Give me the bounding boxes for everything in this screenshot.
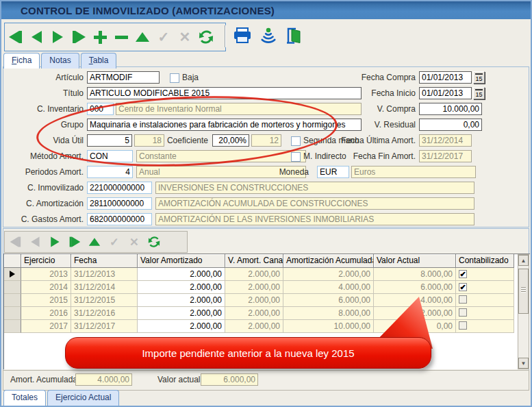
add-record-button[interactable] (92, 29, 107, 45)
cell-ejercicio[interactable]: 2013 (21, 268, 71, 281)
cell-contabilizado[interactable]: ✔ (456, 268, 514, 281)
grid-next-button[interactable] (49, 235, 61, 249)
header-valor-actual[interactable]: Valor Actual (374, 254, 456, 268)
header-valor-amortizado[interactable]: Valor Amortizado (138, 254, 225, 268)
cell-amort-acumulada[interactable]: 6.000,00 (283, 294, 374, 307)
grid-confirm-button[interactable]: ✓ (108, 235, 121, 249)
vida-util-input[interactable]: 5 (87, 134, 132, 147)
confirm-button[interactable]: ✓ (156, 29, 171, 45)
cell-valor-actual[interactable]: 8.000,00 (374, 268, 456, 281)
cell-valor-actual[interactable]: 4.000,00 (374, 294, 456, 307)
cell-valor-actual[interactable]: 6.000,00 (374, 281, 456, 294)
fecha-inicio-calendar-button[interactable]: 15 (473, 87, 485, 99)
contabilizado-checkbox[interactable]: ✔ (459, 283, 467, 291)
header-contabilizado[interactable]: Contabilizado (456, 254, 514, 268)
row-selector[interactable] (4, 307, 21, 320)
cell-fecha[interactable]: 31/12/2016 (71, 307, 138, 320)
metodo-amort-code-input[interactable]: CON (87, 150, 133, 162)
grid-last-button[interactable] (68, 235, 81, 249)
cell-ejercicio[interactable]: 2016 (21, 307, 71, 320)
c-inmovilizado-code-input[interactable]: 221000000000 (87, 182, 152, 194)
table-row[interactable]: 2014 31/12/2014 2.000,00 2.000,00 4.000,… (4, 281, 530, 294)
cell-v-amort-canal[interactable]: 2.000,00 (225, 307, 283, 320)
contabilizado-checkbox[interactable] (459, 321, 467, 330)
cell-valor-actual[interactable]: 2.000,00 (374, 307, 456, 320)
contabilizado-checkbox[interactable] (459, 295, 467, 304)
cell-ejercicio[interactable]: 2015 (21, 294, 71, 307)
cell-valor-amortizado[interactable]: 2.000,00 (138, 307, 225, 320)
tab-totales[interactable]: Totales (3, 390, 46, 406)
cell-valor-amortizado[interactable]: 2.000,00 (138, 294, 225, 307)
grid-refresh-button[interactable] (148, 235, 160, 249)
periodos-amort-input[interactable]: 4 (87, 166, 133, 178)
tab-tabla[interactable]: Tabla (81, 53, 117, 69)
cell-v-amort-canal[interactable]: 2.000,00 (225, 281, 283, 294)
cell-v-amort-canal[interactable]: 2.000,00 (225, 320, 283, 333)
print-button[interactable] (231, 25, 253, 47)
row-selector[interactable] (4, 294, 21, 307)
cell-v-amort-canal[interactable]: 2.000,00 (225, 294, 283, 307)
cell-contabilizado[interactable] (456, 294, 514, 307)
refresh-button[interactable] (199, 29, 214, 45)
exit-button[interactable] (283, 25, 305, 47)
cell-ejercicio[interactable]: 2017 (21, 320, 71, 333)
row-selector[interactable] (4, 320, 21, 333)
table-row[interactable]: 2015 31/12/2015 2.000,00 2.000,00 6.000,… (4, 294, 530, 307)
table-row[interactable]: 2013 31/12/2013 2.000,00 2.000,00 2.000,… (4, 268, 530, 281)
tab-ficha[interactable]: Ficha (3, 53, 40, 69)
contabilizado-checkbox[interactable] (459, 308, 467, 317)
cell-ejercicio[interactable]: 2014 (21, 281, 71, 294)
v-residual-input[interactable]: 0,00 (419, 119, 482, 131)
cell-amort-acumulada[interactable]: 2.000,00 (283, 268, 374, 281)
c-gastos-amort-code-input[interactable]: 682000000000 (87, 213, 152, 225)
grid-previous-button[interactable] (29, 235, 41, 249)
cell-amort-acumulada[interactable]: 4.000,00 (283, 281, 374, 294)
baja-checkbox[interactable] (170, 73, 179, 83)
fecha-compra-input[interactable]: 01/01/2013 (419, 71, 472, 84)
broadcast-button[interactable] (257, 25, 279, 47)
cell-amort-acumulada[interactable]: 8.000,00 (283, 307, 374, 320)
grid-vertical-scrollbar[interactable]: ▲ ▼ (518, 254, 529, 369)
header-fecha[interactable]: Fecha (71, 254, 138, 268)
row-selector[interactable] (4, 268, 21, 281)
table-row[interactable]: 2017 31/12/2017 2.000,00 2.000,00 10.000… (4, 320, 530, 333)
delete-record-button[interactable] (114, 29, 129, 45)
cell-amort-acumulada[interactable]: 10.000,00 (283, 320, 374, 333)
next-record-button[interactable] (50, 29, 65, 45)
coeficiente-input[interactable]: 20,00% (212, 134, 249, 147)
tab-notas[interactable]: Notas (41, 53, 79, 69)
cell-fecha[interactable]: 31/12/2014 (71, 281, 138, 294)
grid-cancel-button[interactable]: ✕ (128, 235, 140, 249)
cell-fecha[interactable]: 31/12/2013 (71, 268, 138, 281)
cell-fecha[interactable]: 31/12/2015 (71, 294, 138, 307)
edit-record-button[interactable] (135, 29, 150, 45)
articulo-input[interactable]: ARTMODIF (87, 71, 160, 84)
cell-contabilizado[interactable] (456, 307, 514, 320)
cell-valor-actual[interactable]: 0,00 (374, 320, 456, 333)
cell-contabilizado[interactable] (456, 320, 514, 333)
header-amort-acumulada[interactable]: Amortización Acumulada (283, 254, 374, 268)
grid-first-button[interactable] (9, 235, 21, 249)
header-ejercicio[interactable]: Ejercicio (21, 254, 71, 268)
table-row[interactable]: 2016 31/12/2016 2.000,00 2.000,00 8.000,… (4, 307, 530, 320)
c-amortizacion-code-input[interactable]: 281100000000 (87, 197, 152, 210)
moneda-code-input[interactable]: EUR (317, 166, 349, 178)
tab-ejercicio-actual[interactable]: Ejercicio Actual (47, 390, 119, 406)
last-record-button[interactable] (71, 29, 86, 45)
c-inventario-code-input[interactable]: 000 (87, 103, 114, 115)
contabilizado-checkbox[interactable]: ✔ (459, 270, 467, 278)
previous-record-button[interactable] (29, 29, 44, 45)
scroll-up-button[interactable]: ▲ (518, 255, 529, 266)
scroll-down-button[interactable]: ▼ (518, 358, 529, 369)
cell-valor-amortizado[interactable]: 2.000,00 (138, 268, 225, 281)
cell-v-amort-canal[interactable]: 2.000,00 (225, 268, 283, 281)
header-v-amort-canal[interactable]: V. Amort. Canal (225, 254, 283, 268)
cell-fecha[interactable]: 31/12/2017 (71, 320, 138, 333)
row-selector[interactable] (4, 281, 21, 294)
v-compra-input[interactable]: 10.000,00 (419, 103, 482, 115)
fecha-compra-calendar-button[interactable]: 15 (473, 71, 485, 84)
cell-contabilizado[interactable]: ✔ (456, 281, 514, 294)
grid-edit-button[interactable] (88, 235, 101, 249)
first-record-button[interactable] (8, 29, 23, 45)
cell-valor-amortizado[interactable]: 2.000,00 (138, 320, 225, 333)
